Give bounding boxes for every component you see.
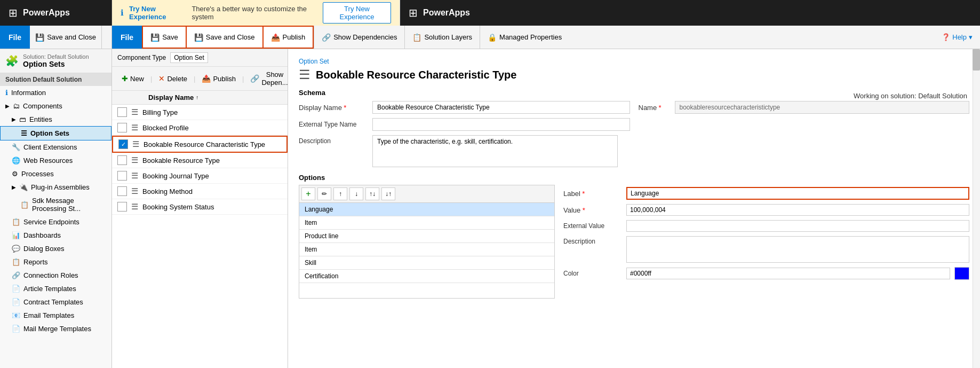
external-type-input[interactable] xyxy=(372,118,630,131)
managed-properties-button[interactable]: 🔒 Managed Properties xyxy=(480,26,569,49)
sep3: | xyxy=(242,75,244,83)
nav-item-dialogs[interactable]: 💬 Dialog Boxes xyxy=(0,242,111,255)
mail-merge-icon: 📄 xyxy=(12,325,20,333)
sort-asc-button[interactable]: ↑↓ xyxy=(365,187,379,200)
check-blocked[interactable] xyxy=(117,123,127,132)
solution-icon: 🧩 xyxy=(5,54,19,67)
option-item-certification[interactable]: Certification xyxy=(299,270,554,283)
check-bss[interactable] xyxy=(117,202,127,212)
left-panel: 🧩 Solution: Default Solution Option Sets… xyxy=(0,49,112,368)
options-toolbar: + ✏ ↑ ↓ ↑↓ ↓↑ xyxy=(299,185,555,202)
nav-item-dashboards[interactable]: 📊 Dashboards xyxy=(0,229,111,242)
middle-actions-bar: ✚ New | ✕ Delete | 📤 Publish | 🔗 Show De… xyxy=(112,67,288,91)
sort-icon[interactable]: ↑ xyxy=(196,95,198,100)
right-file-button[interactable]: File xyxy=(112,26,142,49)
nav-item-sdk[interactable]: 📋 Sdk Message Processing St... xyxy=(0,194,111,215)
nav-item-mail-merge[interactable]: 📄 Mail Merge Templates xyxy=(0,322,111,335)
nav-item-contract-templates[interactable]: 📄 Contract Templates xyxy=(0,295,111,309)
sep1: | xyxy=(150,75,152,83)
solution-header: 🧩 Solution: Default Solution Option Sets xyxy=(0,49,111,73)
edit-option-button[interactable]: ✏ xyxy=(317,187,331,200)
save-button[interactable]: 💾 Save xyxy=(142,26,187,49)
name-input[interactable] xyxy=(675,101,970,114)
nav-item-client-ext[interactable]: 🔧 Client Extensions xyxy=(0,140,111,154)
processes-icon: ⚙ xyxy=(12,170,18,178)
option-item-item2[interactable]: Item xyxy=(299,243,554,256)
component-type-value: Option Set xyxy=(170,52,208,63)
components-expand-icon: ▶ xyxy=(5,103,10,109)
nav-item-plugin[interactable]: ▶ 🔌 Plug-in Assemblies xyxy=(0,181,111,194)
delete-icon: ✕ xyxy=(158,74,165,83)
middle-show-deps-button[interactable]: 🔗 Show Depen... xyxy=(246,69,288,88)
move-up-button[interactable]: ↑ xyxy=(333,187,347,200)
list-item[interactable]: ☰ Booking System Status xyxy=(112,199,288,215)
opt-desc-textarea[interactable] xyxy=(626,236,969,263)
publish-button[interactable]: 📤 Publish xyxy=(264,26,314,49)
right-waffle-icon[interactable]: ⊞ xyxy=(409,6,418,19)
option-item-language[interactable]: Language xyxy=(299,203,554,216)
check-bookable[interactable]: ✓ xyxy=(118,139,128,149)
nav-item-service-endpoints[interactable]: 📋 Service Endpoints xyxy=(0,215,111,229)
nav-item-processes[interactable]: ⚙ Processes xyxy=(0,167,111,181)
check-bjt[interactable] xyxy=(117,171,127,181)
nav-item-information[interactable]: ℹ Information xyxy=(0,86,111,99)
nav-item-components[interactable]: ▶ 🗂 Components xyxy=(0,99,111,113)
nav-item-entities[interactable]: ▶ 🗃 Entities xyxy=(0,113,111,126)
list-item[interactable]: ☰ Booking Journal Type xyxy=(112,168,288,184)
service-icon: 📋 xyxy=(12,218,20,226)
check-brt[interactable] xyxy=(117,155,127,165)
list-item[interactable]: ☰ Booking Method xyxy=(112,184,288,199)
save-and-close-button[interactable]: 💾 Save and Close xyxy=(187,26,264,49)
new-button[interactable]: ✚ New xyxy=(117,73,148,84)
waffle-icon[interactable]: ⊞ xyxy=(9,6,18,19)
check-bm[interactable] xyxy=(117,186,127,196)
option-item-skill[interactable]: Skill xyxy=(299,256,554,270)
plugin-icon: 🔌 xyxy=(19,183,28,191)
list-item[interactable]: ☰ Blocked Profile xyxy=(112,120,288,136)
try-new-experience-button[interactable]: Try New Experience xyxy=(323,2,391,24)
nav-item-web-resources[interactable]: 🌐 Web Resources xyxy=(0,154,111,167)
list-item-selected[interactable]: ✓ ☰ Bookable Resource Characteristic Typ… xyxy=(112,136,288,153)
show-dependencies-button[interactable]: 🔗 Show Dependencies xyxy=(314,26,404,49)
client-ext-icon: 🔧 xyxy=(12,143,20,151)
external-type-label: External Type Name xyxy=(299,121,368,128)
display-name-input[interactable] xyxy=(372,101,630,114)
move-down-button[interactable]: ↓ xyxy=(349,187,363,200)
right-brand-name: PowerApps xyxy=(423,8,470,18)
dependencies-icon: 🔗 xyxy=(322,33,331,42)
nav-item-article-templates[interactable]: 📄 Article Templates xyxy=(0,282,111,295)
contract-icon: 📄 xyxy=(12,298,20,306)
nav-item-connection-roles[interactable]: 🔗 Connection Roles xyxy=(0,269,111,282)
solution-layers-button[interactable]: 📋 Solution Layers xyxy=(404,26,480,49)
middle-publish-button[interactable]: 📤 Publish xyxy=(197,73,240,84)
right-brand: ⊞ PowerApps xyxy=(400,0,980,26)
left-save-button[interactable]: 💾 Save and Close xyxy=(30,26,102,49)
option-sets-title: Option Sets xyxy=(23,60,89,68)
description-textarea[interactable]: Type of the characteristic, e.g. skill, … xyxy=(372,135,618,167)
list-item[interactable]: ☰ Billing Type xyxy=(112,105,288,120)
opt-color-label: Color xyxy=(563,270,622,277)
scroll-indicator[interactable] xyxy=(973,49,980,368)
check-billing[interactable] xyxy=(117,107,127,117)
nav-item-option-sets[interactable]: ☰ Option Sets xyxy=(0,126,111,140)
delete-button[interactable]: ✕ Delete xyxy=(154,73,192,84)
left-brand: ⊞ PowerApps xyxy=(0,0,112,26)
plugin-expand-icon: ▶ xyxy=(12,184,16,190)
left-file-button[interactable]: File xyxy=(0,26,30,49)
add-option-button[interactable]: + xyxy=(301,187,315,200)
entities-icon: 🗃 xyxy=(19,115,26,123)
entities-expand-icon: ▶ xyxy=(12,116,16,122)
option-item-product-line[interactable]: Product line xyxy=(299,230,554,243)
opt-ext-value-input[interactable] xyxy=(626,220,969,232)
list-item-icon3: ☰ xyxy=(132,139,139,149)
nav-item-reports[interactable]: 📋 Reports xyxy=(0,255,111,269)
list-item[interactable]: ☰ Bookable Resource Type xyxy=(112,153,288,168)
opt-color-input[interactable] xyxy=(626,268,950,279)
option-item-item1[interactable]: Item xyxy=(299,216,554,230)
help-button[interactable]: ❓ Help ▾ xyxy=(934,26,980,49)
opt-value-input[interactable] xyxy=(626,204,969,216)
blocked-profile-label: Blocked Profile xyxy=(142,124,189,132)
opt-label-input[interactable] xyxy=(626,187,969,200)
nav-item-email-templates[interactable]: 📧 Email Templates xyxy=(0,309,111,322)
sort-desc-button[interactable]: ↓↑ xyxy=(381,187,395,200)
